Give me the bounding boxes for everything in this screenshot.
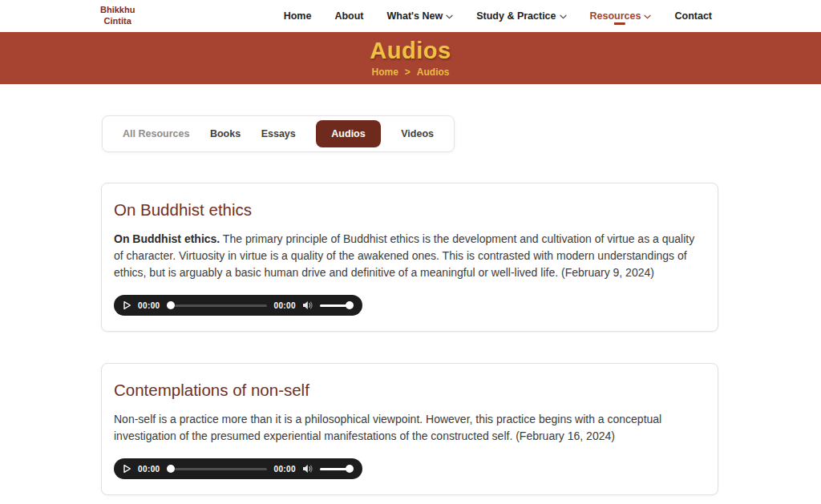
breadcrumb-home-link[interactable]: Home — [371, 67, 398, 78]
seek-slider[interactable] — [167, 465, 268, 473]
audio-card-title[interactable]: On Buddhist ethics — [114, 200, 705, 220]
top-bar: Bhikkhu Cintita Home About What's New St… — [0, 0, 821, 32]
page-title: Audios — [370, 38, 451, 64]
nav-label: What's New — [387, 10, 443, 22]
seek-track — [175, 304, 268, 307]
volume-thumb[interactable] — [346, 301, 354, 309]
active-nav-indicator — [614, 22, 625, 25]
nav-item-contact[interactable]: Contact — [674, 10, 712, 22]
nav-label: Contact — [674, 10, 712, 22]
audio-card-title[interactable]: Contemplations of non-self — [114, 381, 705, 400]
nav-label: Home — [284, 10, 312, 22]
logo-line-2: Cintita — [100, 16, 135, 27]
nav-item-resources[interactable]: Resources — [590, 10, 652, 22]
chevron-down-icon — [560, 14, 567, 19]
logo-line-1: Bhikkhu — [100, 5, 135, 16]
description-body: Non-self is a practice more than it is a… — [114, 413, 661, 442]
audio-card-description: On Buddhist ethics. The primary principl… — [114, 231, 705, 281]
audio-card: Contemplations of non-self Non-self is a… — [101, 363, 718, 495]
seek-track — [175, 468, 268, 470]
volume-slider[interactable] — [320, 465, 354, 473]
breadcrumb-current: Audios — [417, 67, 450, 78]
nav-item-whats-new[interactable]: What's New — [387, 10, 454, 22]
seek-slider[interactable] — [167, 301, 268, 309]
seek-thumb[interactable] — [167, 301, 175, 309]
volume-icon[interactable] — [302, 464, 313, 474]
nav-item-home[interactable]: Home — [284, 10, 312, 22]
current-time: 00:00 — [138, 465, 160, 474]
tab-videos[interactable]: Videos — [401, 128, 434, 139]
breadcrumb-separator: > — [405, 67, 410, 78]
audio-player: 00:00 00:00 — [114, 458, 362, 479]
resource-filter-tabs: All Resources Books Essays Audios Videos — [102, 115, 455, 152]
volume-thumb[interactable] — [346, 465, 354, 473]
tab-audios[interactable]: Audios — [316, 120, 380, 147]
current-time: 00:00 — [138, 301, 160, 310]
seek-thumb[interactable] — [167, 465, 175, 473]
site-logo[interactable]: Bhikkhu Cintita — [100, 5, 135, 27]
play-button[interactable] — [123, 300, 131, 310]
nav-label: Study & Practice — [476, 10, 556, 22]
volume-slider[interactable] — [320, 301, 354, 309]
volume-icon[interactable] — [302, 300, 313, 310]
duration-time: 00:00 — [273, 301, 296, 310]
chevron-down-icon — [446, 14, 453, 19]
nav-label: Resources — [590, 10, 641, 22]
breadcrumb: Home > Audios — [371, 67, 449, 78]
audio-player: 00:00 00:00 — [114, 295, 362, 316]
page-banner: Audios Home > Audios — [0, 32, 821, 84]
nav-item-study-practice[interactable]: Study & Practice — [476, 10, 566, 22]
description-lead: On Buddhist ethics. — [114, 232, 220, 245]
tab-essays[interactable]: Essays — [261, 128, 296, 139]
nav-item-about[interactable]: About — [334, 10, 363, 22]
play-button[interactable] — [123, 464, 131, 474]
audio-card: On Buddhist ethics On Buddhist ethics. T… — [101, 183, 718, 332]
main-nav: Home About What's New Study & Practice R… — [284, 10, 712, 22]
tab-books[interactable]: Books — [210, 128, 241, 139]
audio-card-description: Non-self is a practice more than it is a… — [114, 411, 705, 445]
tab-all-resources[interactable]: All Resources — [123, 128, 189, 139]
duration-time: 00:00 — [273, 465, 296, 474]
nav-label: About — [334, 10, 363, 22]
chevron-down-icon — [644, 14, 651, 19]
